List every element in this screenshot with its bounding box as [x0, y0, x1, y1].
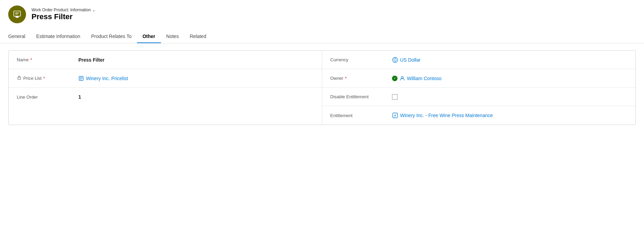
- disable-entitlement-label: Disable Entitlement: [330, 94, 392, 99]
- currency-icon: [392, 57, 398, 63]
- disable-entitlement-checkbox[interactable]: [392, 94, 397, 100]
- name-label: Name *: [17, 57, 78, 62]
- name-value: Press Filter: [78, 57, 314, 63]
- line-order-value: 1: [78, 94, 314, 100]
- tab-product-relates-to[interactable]: Product Relates To: [86, 30, 137, 43]
- tab-estimate-information[interactable]: Estimate Information: [31, 30, 86, 43]
- entitlement-row: Entitlement Winery Inc. - Free Wine Pres…: [322, 106, 636, 125]
- page-header: Work Order Product: Information ⌄ Press …: [0, 0, 644, 27]
- svg-rect-4: [18, 77, 21, 79]
- green-check-icon: ✓: [392, 76, 397, 81]
- disable-entitlement-row: Disable Entitlement: [322, 88, 636, 106]
- tab-other[interactable]: Other: [137, 30, 161, 43]
- pricelist-icon: [78, 76, 84, 81]
- tab-notes[interactable]: Notes: [161, 30, 185, 43]
- name-row: Name * Press Filter: [9, 51, 322, 69]
- navigation-tabs: General Estimate Information Product Rel…: [0, 30, 644, 43]
- lock-icon: [17, 75, 22, 81]
- currency-value: US Dollar: [392, 57, 628, 63]
- header-subtitle: Work Order Product: Information ⌄: [31, 8, 96, 12]
- currency-row: Currency US Dollar: [322, 51, 636, 69]
- price-list-row: Price List * Winery Inc. Price: [9, 69, 322, 88]
- line-order-label: Line Order: [17, 94, 78, 100]
- owner-row: Owner * ✓ William Contoso: [322, 69, 636, 88]
- currency-link[interactable]: US Dollar: [400, 57, 421, 63]
- chevron-down-icon[interactable]: ⌄: [92, 8, 96, 12]
- owner-value: ✓ William Contoso: [392, 76, 628, 81]
- page-title: Press Filter: [31, 12, 96, 21]
- price-list-label: Price List *: [17, 75, 78, 81]
- tab-general[interactable]: General: [8, 30, 31, 43]
- entitlement-icon: [392, 112, 398, 118]
- left-column: Name * Press Filter Price: [9, 51, 322, 125]
- tab-related[interactable]: Related: [184, 30, 212, 43]
- svg-rect-0: [14, 11, 21, 16]
- user-icon: [400, 76, 405, 81]
- owner-required-star: *: [345, 76, 347, 81]
- name-required-star: *: [30, 58, 32, 62]
- right-column: Currency US Dollar: [322, 51, 636, 125]
- owner-link[interactable]: William Contoso: [407, 76, 442, 81]
- work-order-product-icon: [13, 10, 22, 19]
- header-text-block: Work Order Product: Information ⌄ Press …: [31, 8, 96, 21]
- price-list-link[interactable]: Winery Inc. Pricelist: [86, 76, 128, 81]
- entity-icon: [8, 5, 26, 23]
- entitlement-value: Winery Inc. - Free Wine Press Maintenanc…: [392, 112, 628, 118]
- form-grid: Name * Press Filter Price: [9, 51, 635, 125]
- svg-rect-3: [16, 16, 19, 17]
- entitlement-label: Entitlement: [330, 113, 392, 118]
- form-card: Name * Press Filter Price: [8, 50, 636, 125]
- subtitle-text: Work Order Product: Information: [31, 8, 91, 12]
- price-list-value: Winery Inc. Pricelist: [78, 76, 314, 81]
- price-list-required-star: *: [43, 76, 45, 81]
- form-content: Name * Press Filter Price: [0, 43, 644, 132]
- entitlement-link[interactable]: Winery Inc. - Free Wine Press Maintenanc…: [400, 113, 493, 118]
- owner-label: Owner *: [330, 76, 392, 81]
- line-order-row: Line Order 1: [9, 88, 322, 106]
- disable-entitlement-value: [392, 94, 628, 100]
- currency-label: Currency: [330, 57, 392, 62]
- svg-rect-13: [393, 113, 397, 118]
